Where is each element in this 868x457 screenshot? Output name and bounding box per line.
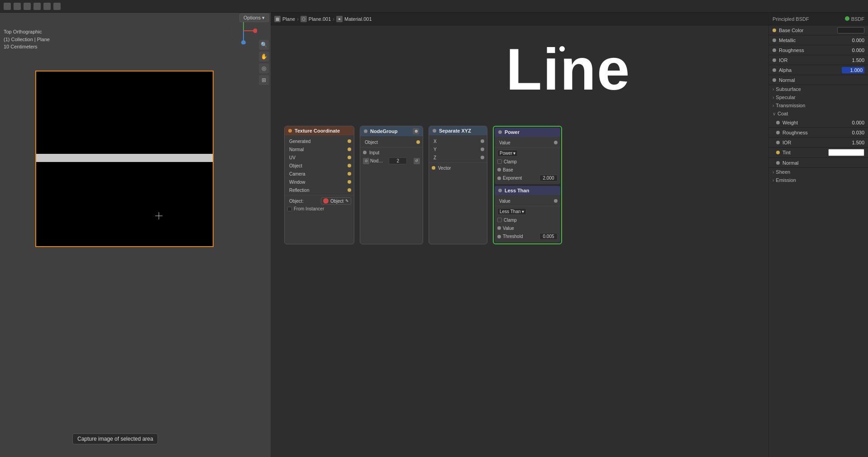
lt-value-out-socket[interactable]: [554, 199, 558, 203]
coat-roughness-row: Roughness 0.030: [769, 128, 868, 138]
nodegroup-icon1[interactable]: ⚙: [413, 128, 419, 134]
bsdf-label: BSDF: [851, 16, 864, 22]
nodegroup-title: NodeGroup: [370, 129, 398, 134]
power-value-out-label: Value: [497, 140, 554, 145]
ior-label: IOR: [779, 57, 842, 63]
ior-value: 1.500: [842, 57, 864, 63]
nodegroup-node[interactable]: NodeGroup ⚙ Object Input: [360, 126, 423, 244]
uv-socket[interactable]: [348, 156, 351, 159]
generated-socket[interactable]: [348, 139, 351, 143]
lt-value-in-label: Value: [501, 226, 558, 231]
lt-clamp-label: Clamp: [502, 218, 558, 223]
power-exponent-label: Exponent: [501, 176, 539, 181]
lt-clamp-row: Clamp: [495, 216, 560, 224]
zoom-icon[interactable]: 🔍: [259, 40, 269, 50]
viewport-canvas[interactable]: 🔍 ✋ ◎ ⊞: [0, 13, 271, 457]
sxyz-x-socket[interactable]: [481, 139, 484, 143]
menu-icon4: [43, 3, 51, 10]
less-than-dot: [498, 189, 502, 192]
node-row-normal: Normal: [285, 145, 354, 153]
power-base-socket[interactable]: [497, 168, 501, 171]
options-button[interactable]: Options ▾: [239, 14, 269, 22]
less-than-node[interactable]: Less Than Value Less Than ▾: [495, 186, 560, 243]
node-dot: [288, 129, 292, 133]
line-text: Line: [506, 36, 630, 102]
sxyz-z-socket[interactable]: [481, 156, 484, 159]
bsdf-output-socket[interactable]: [845, 16, 849, 21]
coat-tint-swatch[interactable]: [828, 149, 864, 156]
power-base-row: Base: [495, 166, 560, 174]
power-clamp-checkbox[interactable]: [497, 159, 502, 164]
emission-toggle[interactable]: › Emission: [769, 176, 868, 184]
hand-icon[interactable]: ✋: [259, 52, 269, 62]
lt-threshold-socket[interactable]: [497, 235, 501, 238]
reflection-label: Reflection: [287, 188, 348, 193]
base-color-swatch[interactable]: [837, 27, 864, 33]
power-value-out-socket[interactable]: [554, 141, 558, 144]
from-instancer-checkbox[interactable]: [287, 207, 292, 211]
ng-input-socket[interactable]: [363, 151, 367, 154]
viewport-info: Top Orthographic (1) Collection | Plane …: [4, 28, 50, 51]
lt-value-in-socket[interactable]: [497, 226, 501, 230]
svg-point-6: [241, 40, 246, 44]
window-label: Window: [287, 180, 348, 185]
nodegroup-header: NodeGroup ⚙: [360, 126, 423, 136]
normal-socket[interactable]: [348, 148, 351, 151]
texture-coordinate-header: Texture Coordinate: [285, 126, 354, 135]
lt-clamp-checkbox[interactable]: [497, 218, 502, 222]
roughness-row: Roughness 0.000: [769, 45, 868, 55]
ng-refresh-icon[interactable]: ↺: [414, 158, 420, 164]
menu-icon: [14, 3, 21, 10]
camera-label: Camera: [287, 171, 348, 176]
ng-object-socket[interactable]: [416, 140, 420, 144]
texture-coordinate-body: Generated Normal UV Object: [285, 135, 354, 214]
ng-value[interactable]: 2: [389, 157, 407, 164]
window-socket[interactable]: [348, 180, 351, 184]
sxyz-y-row: Y: [429, 145, 487, 153]
subsurface-toggle[interactable]: › Subsurface: [769, 85, 868, 93]
viewport-mode: Top Orthographic: [4, 28, 50, 36]
coat-toggle[interactable]: ∨ Coat: [769, 109, 868, 118]
power-dropdown[interactable]: Power ▾: [497, 150, 518, 157]
reflection-socket[interactable]: [348, 188, 351, 192]
object-out-label: Object: [287, 163, 348, 168]
power-exponent-value[interactable]: 2.000: [539, 175, 558, 181]
plane-mesh-icon: ⬡: [300, 16, 307, 22]
object-socket[interactable]: [348, 164, 351, 167]
uv-label: UV: [287, 155, 348, 160]
separate-xyz-node[interactable]: Separate XYZ X Y Z: [429, 126, 487, 244]
grid-icon[interactable]: ⊞: [259, 75, 269, 85]
nodes-container: Texture Coordinate Generated Normal UV: [284, 126, 562, 244]
power-node[interactable]: Power Value Power ▾: [495, 128, 560, 184]
viewport-plane: [35, 71, 214, 247]
coat-ior-row: IOR 1.500: [769, 138, 868, 148]
less-than-title: Less Than: [505, 188, 529, 193]
node-row-object: Object: [285, 162, 354, 170]
lt-threshold-value[interactable]: 0.005: [539, 233, 558, 240]
sxyz-x-label: X: [432, 139, 481, 144]
sxyz-vector-socket[interactable]: [432, 166, 435, 170]
viewport-collection: (1) Collection | Plane: [4, 36, 50, 43]
transmission-arrow: ›: [773, 103, 774, 108]
metallic-dot: [773, 38, 776, 42]
object-dropdown[interactable]: Object ✎: [321, 197, 351, 205]
object-color: [323, 198, 329, 204]
camera-socket[interactable]: [348, 172, 351, 176]
texture-coordinate-node[interactable]: Texture Coordinate Generated Normal UV: [284, 126, 354, 244]
svg-point-4: [253, 29, 257, 33]
sheen-toggle[interactable]: › Sheen: [769, 168, 868, 176]
ng-nod-label: Nod…: [370, 158, 383, 163]
line-text-container: Line: [506, 40, 630, 99]
coat-arrow: ∨: [773, 111, 776, 116]
power-dropdown-label: Power: [500, 151, 512, 156]
power-exponent-socket[interactable]: [497, 176, 501, 180]
sxyz-y-socket[interactable]: [481, 148, 484, 151]
lt-threshold-label: Threshold: [501, 234, 539, 239]
alpha-dot: [773, 68, 776, 72]
lt-dropdown[interactable]: Less Than ▾: [497, 208, 526, 215]
transmission-toggle[interactable]: › Transmission: [769, 101, 868, 109]
material-icon[interactable]: ◎: [259, 63, 269, 73]
power-base-label: Base: [501, 167, 558, 172]
specular-toggle[interactable]: › Specular: [769, 93, 868, 101]
material-icon-bc: ●: [336, 16, 343, 22]
